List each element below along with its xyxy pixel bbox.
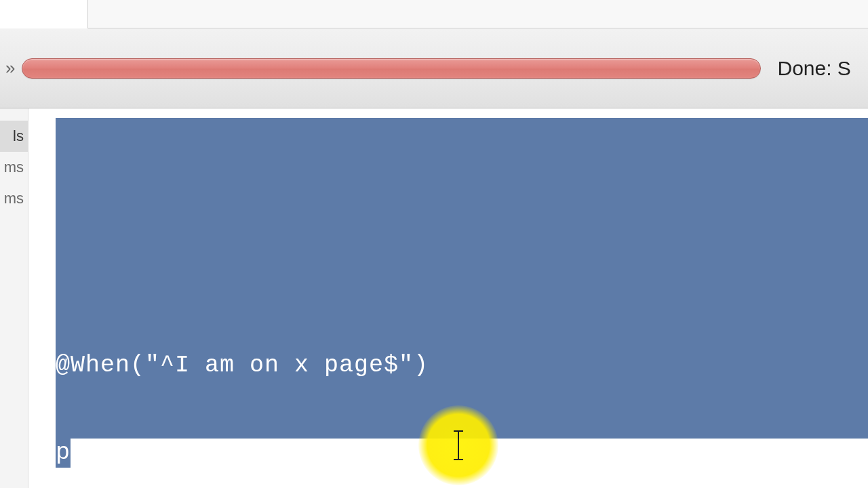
code-content[interactable]: @When("^I am on x page$") public void i_… [56, 118, 868, 488]
editor-gutter [28, 108, 56, 488]
status-done-label: Done: S [777, 57, 850, 80]
main-area: ls ms ms @When("^I am on x page$") publi… [0, 108, 868, 488]
code-line [56, 264, 868, 293]
code-line: public void i_am_on_x_page() throws Thro… [56, 439, 868, 468]
code-line: @When("^I am on x page$") [56, 351, 868, 380]
tab-stub[interactable] [0, 0, 88, 28]
sidebar-item[interactable]: ms [0, 152, 28, 183]
chevron-right-icon[interactable]: » [3, 58, 22, 79]
sidebar-item[interactable]: ls [0, 121, 28, 152]
top-toolbar [0, 0, 868, 28]
test-result-sidebar: ls ms ms [0, 108, 28, 488]
sidebar-item[interactable]: ms [0, 183, 28, 214]
status-bar: » Done: S [0, 28, 868, 108]
code-editor[interactable]: @When("^I am on x page$") public void i_… [28, 108, 868, 488]
progress-bar[interactable] [22, 58, 761, 79]
